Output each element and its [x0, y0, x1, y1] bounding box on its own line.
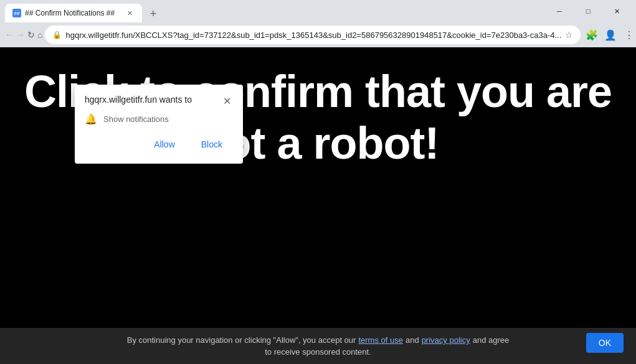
bottom-banner: By continuing your navigation or clickin… [0, 328, 636, 364]
home-button[interactable]: ⌂ [37, 26, 42, 44]
popup-header: hgqrx.willgetitfr.fun wants to ✕ [85, 95, 233, 107]
popup-permission: 🔔 Show notifications [85, 113, 233, 125]
maximize-button[interactable]: □ [574, 0, 602, 22]
bell-icon: 🔔 [85, 113, 97, 125]
ok-button[interactable]: OK [586, 333, 624, 353]
omnibox[interactable]: 🔒 hgqrx.willgetitfr.fun/XBCCLXS?tag_id=7… [45, 26, 581, 44]
extensions-button[interactable]: 🧩 [583, 26, 600, 44]
minimize-button[interactable]: ─ [545, 0, 574, 22]
more-button[interactable]: ⋮ [620, 26, 636, 44]
bookmark-star-icon[interactable]: ☆ [565, 30, 573, 40]
forward-button[interactable]: → [16, 26, 25, 44]
block-button[interactable]: Block [191, 135, 233, 154]
tab-favicon: ## [12, 9, 21, 17]
banner-text-2: and [406, 335, 419, 345]
terms-of-use-link[interactable]: terms of use [358, 335, 403, 345]
new-tab-button[interactable]: + [145, 5, 162, 22]
title-bar: ## ## Confirm Notifications ## ✕ + ─ □ ✕ [0, 0, 636, 22]
privacy-policy-link[interactable]: privacy policy [422, 335, 470, 345]
popup-close-button[interactable]: ✕ [221, 95, 233, 107]
page-content: Click to confirm that you are not a robo… [0, 47, 636, 364]
banner-row-2: to receive sponsored content. [265, 347, 371, 357]
notification-popup: hgqrx.willgetitfr.fun wants to ✕ 🔔 Show … [75, 85, 243, 164]
browser-tab[interactable]: ## ## Confirm Notifications ## ✕ [5, 4, 142, 22]
close-button[interactable]: ✕ [602, 0, 631, 22]
toolbar-icons: 🧩 👤 ⋮ [583, 26, 636, 44]
banner-row-1: By continuing your navigation or clickin… [127, 335, 509, 345]
profile-button[interactable]: 👤 [602, 26, 619, 44]
url-text: hgqrx.willgetitfr.fun/XBCCLXS?tag_id=737… [65, 30, 561, 40]
tab-title: ## Confirm Notifications ## [25, 9, 121, 17]
banner-text-1: By continuing your navigation or clickin… [127, 335, 356, 345]
popup-buttons: Allow Block [85, 135, 233, 154]
tab-strip: ## ## Confirm Notifications ## ✕ + [0, 0, 545, 22]
banner-text-3: and agree [473, 335, 510, 345]
lock-icon: 🔒 [52, 30, 62, 39]
banner-text-4: to receive sponsored content. [265, 347, 371, 357]
refresh-button[interactable]: ↻ [27, 26, 35, 44]
popup-title: hgqrx.willgetitfr.fun wants to [85, 95, 192, 105]
allow-button[interactable]: Allow [143, 135, 185, 154]
permission-text: Show notifications [103, 114, 169, 124]
address-bar: ← → ↻ ⌂ 🔒 hgqrx.willgetitfr.fun/XBCCLXS?… [0, 22, 636, 47]
tab-close-button[interactable]: ✕ [125, 8, 135, 18]
window-controls: ─ □ ✕ [545, 0, 636, 22]
browser-frame: ## ## Confirm Notifications ## ✕ + ─ □ ✕… [0, 0, 636, 364]
back-button[interactable]: ← [5, 26, 14, 44]
